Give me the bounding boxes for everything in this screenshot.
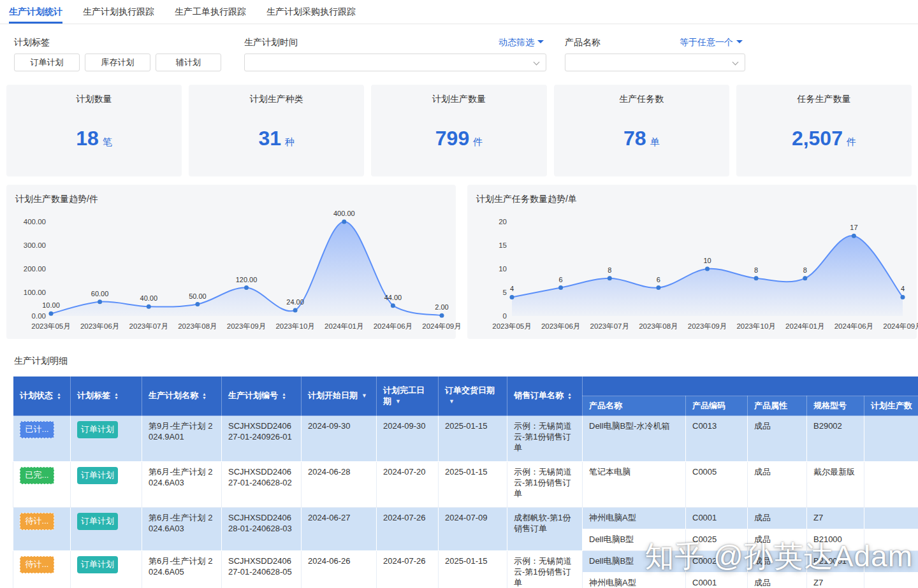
equals-any-text: 等于任意一个: [680, 37, 733, 47]
product-column-header-1[interactable]: 产品名称: [583, 396, 686, 416]
column-header-2[interactable]: 计划标签▲▼: [71, 376, 142, 416]
product-column-header-5[interactable]: 计划生产数: [864, 396, 918, 416]
charts-row: 计划生产数量趋势/件 0.00100.00200.00300.00400.001…: [6, 185, 912, 339]
sort-icon[interactable]: ▲▼: [114, 392, 119, 400]
plan-tag-cell: 订单计划: [71, 462, 142, 508]
status-badge: 待计...: [20, 513, 54, 530]
product-column-header-2[interactable]: 产品编码: [686, 396, 748, 416]
dynamic-filter-link[interactable]: 动态筛选: [499, 37, 544, 48]
svg-text:8: 8: [608, 266, 611, 274]
product-attr-cell: 成品: [748, 529, 807, 550]
product-name-cell: Dell电脑B型-水冷机箱: [583, 416, 686, 462]
product-column-header-4[interactable]: 规格型号: [807, 396, 864, 416]
stat-card-3: 计划生产数量 799件: [371, 85, 546, 176]
sort-down-icon[interactable]: ▼: [395, 399, 401, 405]
svg-text:120.00: 120.00: [236, 276, 258, 283]
quantity-trend-panel: 计划生产数量趋势/件 0.00100.00200.00300.00400.001…: [6, 185, 456, 339]
tab-2[interactable]: 生产计划执行跟踪: [83, 0, 154, 24]
start-date-cell: 2024-09-30: [302, 416, 377, 462]
stat-card-value: 31种: [189, 127, 364, 150]
svg-text:10.00: 10.00: [42, 301, 60, 309]
stat-cards-row: 计划数量 18笔 计划生产种类 31种 计划生产数量 799件 生产任务数 78…: [6, 85, 912, 176]
column-header-4[interactable]: 生产计划编号▲▼: [222, 376, 302, 416]
svg-text:8: 8: [754, 266, 758, 274]
status-cell: 待计...: [13, 550, 71, 588]
svg-text:2023年06月: 2023年06月: [541, 322, 580, 330]
svg-text:0: 0: [503, 312, 507, 320]
plan-name-cell: 第6月-生产计划 2024.6A05: [142, 550, 222, 588]
product-code-cell: C0025: [686, 529, 748, 550]
sort-down-icon[interactable]: ▼: [361, 393, 367, 399]
column-header-5[interactable]: 计划开始日期▼: [302, 376, 377, 416]
plan-no-cell: SCJHXSDD240628-01-240628-03: [222, 508, 302, 551]
plan-label-option-1[interactable]: 订单计划: [14, 54, 80, 71]
start-date-cell: 2024-06-27: [302, 508, 377, 551]
sort-icon[interactable]: ▲▼: [202, 392, 207, 400]
finish-date-cell: 2024-07-26: [377, 550, 439, 588]
column-header-6[interactable]: 计划完工日期▼: [377, 376, 439, 416]
product-code-cell: C0001: [686, 508, 748, 529]
plan-qty-cell: [864, 529, 918, 550]
plan-label-title: 计划标签: [14, 37, 50, 48]
column-header-7[interactable]: 订单交货日期▼: [439, 376, 507, 416]
column-header-3[interactable]: 生产计划名称▲▼: [142, 376, 222, 416]
sort-icon[interactable]: ▲▼: [282, 392, 286, 400]
table-row[interactable]: 已计...订单计划第9月-生产计划 2024.9A01SCJHXSDD24062…: [13, 416, 918, 462]
tab-4[interactable]: 生产计划采购执行跟踪: [266, 0, 356, 24]
finish-date-cell: 2024-09-30: [377, 416, 439, 462]
svg-text:50.00: 50.00: [189, 292, 207, 300]
plan-label-option-3[interactable]: 辅计划: [156, 54, 221, 71]
sort-icon[interactable]: ▲▼: [567, 392, 572, 400]
top-tab-bar: 生产计划统计生产计划执行跟踪生产工单执行跟踪生产计划采购执行跟踪: [0, 0, 918, 24]
svg-text:10: 10: [703, 257, 711, 264]
status-badge: 已计...: [20, 421, 54, 438]
svg-text:2023年07月: 2023年07月: [129, 322, 168, 330]
product-attr-cell: 成品: [748, 572, 807, 588]
plan-qty-cell: [864, 550, 918, 572]
svg-text:4: 4: [901, 285, 905, 292]
product-code-cell: C0013: [686, 416, 748, 462]
svg-text:2023年10月: 2023年10月: [275, 322, 314, 330]
column-header-1[interactable]: 计划状态▲▼: [13, 376, 71, 416]
product-name-cell: 笔记本电脑: [583, 462, 686, 508]
stat-card-title: 计划生产数量: [371, 85, 546, 105]
svg-text:2023年07月: 2023年07月: [590, 322, 629, 330]
sales-order-cell: 成都帆软-第1份销售订单: [507, 508, 583, 551]
equals-any-link[interactable]: 等于任意一个: [680, 37, 743, 48]
product-name-select[interactable]: [565, 54, 745, 71]
svg-text:44.00: 44.00: [384, 294, 402, 301]
product-column-header-3[interactable]: 产品属性: [748, 396, 807, 416]
chart-title: 计划生产数量趋势/件: [6, 185, 456, 205]
plan-label-options: 订单计划库存计划辅计划: [14, 54, 221, 71]
column-header-8[interactable]: 销售订单名称▲▼: [507, 376, 583, 416]
stat-card-title: 计划数量: [6, 85, 182, 105]
svg-text:200.00: 200.00: [24, 265, 46, 273]
plan-time-select[interactable]: [244, 54, 546, 71]
start-date-cell: 2024-06-28: [302, 462, 377, 508]
svg-text:400.00: 400.00: [333, 210, 355, 217]
table-row[interactable]: 待计...订单计划第6月-生产计划 2024.6A05SCJHXSDD24062…: [13, 550, 918, 572]
plan-name-cell: 第9月-生产计划 2024.9A01: [142, 416, 222, 462]
plan-name-cell: 第6月-生产计划 2024.6A03: [142, 508, 222, 551]
product-attr-cell: 成品: [748, 550, 807, 572]
svg-text:20: 20: [499, 218, 507, 226]
sort-down-icon[interactable]: ▼: [449, 399, 455, 405]
table-row[interactable]: 已完...订单计划第6月-生产计划 2024.6A03SCJHXSDD24062…: [13, 462, 918, 508]
svg-text:2023年05月: 2023年05月: [492, 322, 531, 330]
svg-text:2.00: 2.00: [435, 303, 448, 311]
svg-text:10: 10: [499, 265, 507, 273]
dynamic-filter-text: 动态筛选: [499, 37, 534, 47]
svg-text:6: 6: [657, 276, 660, 283]
product-code-cell: C0002: [686, 550, 748, 572]
tab-1[interactable]: 生产计划统计: [9, 0, 62, 24]
sort-icon[interactable]: ▲▼: [57, 392, 61, 400]
svg-text:6: 6: [559, 276, 563, 283]
plan-label-option-2[interactable]: 库存计划: [85, 54, 150, 71]
svg-text:2023年10月: 2023年10月: [736, 322, 775, 330]
table-row[interactable]: 待计...订单计划第6月-生产计划 2024.6A03SCJHXSDD24062…: [13, 508, 918, 529]
tab-3[interactable]: 生产工单执行跟踪: [175, 0, 246, 24]
stat-card-4: 生产任务数 78单: [554, 85, 729, 176]
product-spec-cell: B210001: [807, 550, 864, 572]
status-badge: 待计...: [20, 556, 54, 573]
product-name-label: 产品名称: [565, 37, 601, 48]
